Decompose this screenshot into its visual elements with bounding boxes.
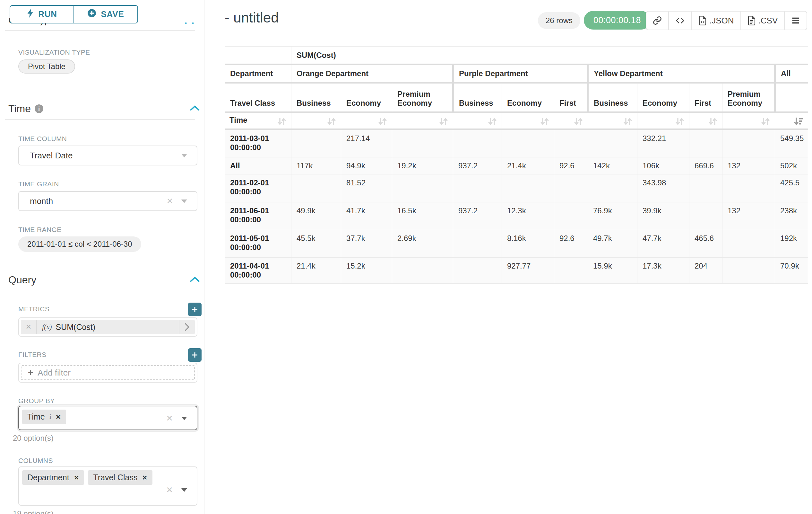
- sort-column-header[interactable]: [502, 112, 554, 130]
- group-by-options-count: 20 option(s): [13, 434, 54, 443]
- columns-chip[interactable]: Department✕: [22, 470, 84, 485]
- pivot-row-label: All: [225, 157, 291, 174]
- pivot-value-cell: 92.6: [554, 157, 588, 174]
- export-json-button[interactable]: .JSON: [691, 11, 741, 30]
- clear-icon[interactable]: ✕: [167, 197, 173, 206]
- pivot-row-label: 2011-02-01 00:00:00: [225, 174, 291, 202]
- metric-pill[interactable]: ✕ f(x) SUM(Cost): [21, 320, 195, 334]
- embed-code-button[interactable]: [668, 11, 691, 30]
- bolt-icon: [27, 9, 34, 20]
- section-divider: [5, 30, 195, 31]
- clear-icon[interactable]: ✕: [166, 485, 173, 495]
- group-by-chip[interactable]: Time i ✕: [22, 410, 66, 424]
- sort-column-header[interactable]: [341, 112, 392, 130]
- chevron-right-icon[interactable]: [179, 320, 195, 334]
- chevron-down-icon[interactable]: [181, 417, 187, 420]
- save-button[interactable]: SAVE: [74, 6, 137, 23]
- row-count-badge: 26 rows: [538, 12, 580, 29]
- sort-column-header[interactable]: [637, 112, 689, 130]
- pivot-group-header: All: [775, 64, 808, 83]
- sort-column-header[interactable]: [453, 112, 502, 130]
- pivot-value-cell: 192k: [775, 230, 808, 258]
- columns-chip[interactable]: Travel Class✕: [88, 470, 152, 485]
- pivot-value-cell: [588, 130, 637, 157]
- sort-column-header[interactable]: [554, 112, 588, 130]
- sort-column-header[interactable]: [588, 112, 637, 130]
- query-section-title: Query: [8, 274, 36, 286]
- pivot-class-header: Economy: [502, 83, 554, 112]
- sort-column-header[interactable]: Time: [225, 112, 291, 130]
- export-csv-button[interactable]: .CSV: [741, 11, 784, 30]
- link-icon: [653, 16, 662, 25]
- remove-chip-icon[interactable]: ✕: [74, 474, 79, 482]
- drag-handle-dot: [192, 23, 194, 24]
- remove-chip-icon[interactable]: ✕: [142, 474, 147, 482]
- run-button[interactable]: RUN: [10, 6, 74, 23]
- pivot-value-cell: 15.9k: [588, 258, 637, 284]
- add-filter-button[interactable]: + Add filter: [21, 365, 195, 380]
- pivot-value-cell: 70.9k: [775, 258, 808, 284]
- pivot-class-header: Business: [588, 83, 637, 112]
- section-divider: [5, 292, 195, 292]
- collapse-time-section-icon[interactable]: [190, 105, 200, 112]
- add-filter-plus-button[interactable]: [188, 348, 202, 362]
- run-button-label: RUN: [38, 9, 57, 19]
- pivot-value-cell: 217.14: [341, 130, 392, 157]
- pivot-value-cell: 465.6: [689, 230, 722, 258]
- chevron-down-icon[interactable]: [181, 488, 187, 492]
- clear-icon[interactable]: ✕: [166, 413, 173, 424]
- sort-column-header[interactable]: [722, 112, 775, 130]
- pivot-value-cell: 45.5k: [291, 230, 341, 258]
- remove-metric-icon[interactable]: ✕: [21, 320, 37, 334]
- pivot-value-cell: 41.7k: [341, 202, 392, 230]
- pivot-value-cell: 343.98: [637, 174, 689, 202]
- copy-link-button[interactable]: [646, 11, 668, 30]
- pivot-value-cell: [453, 258, 502, 284]
- add-filter-label: Add filter: [37, 368, 70, 378]
- remove-chip-icon[interactable]: ✕: [56, 413, 61, 421]
- pivot-value-cell: 81.52: [341, 174, 392, 202]
- pivot-value-cell: [502, 130, 554, 157]
- sort-column-header[interactable]: [392, 112, 453, 130]
- pivot-value-cell: [689, 202, 722, 230]
- columns-label: COLUMNS: [18, 457, 53, 464]
- sort-column-header-active[interactable]: [775, 112, 808, 130]
- time-grain-select[interactable]: month ✕: [18, 191, 197, 211]
- visualization-type-value: Pivot Table: [28, 62, 65, 71]
- pivot-class-header: Economy: [637, 83, 689, 112]
- metric-name: SUM(Cost): [56, 323, 96, 332]
- menu-button[interactable]: [784, 11, 807, 30]
- group-by-select[interactable]: Time i ✕ ✕: [18, 406, 197, 430]
- time-section-header: Time i: [8, 103, 43, 115]
- pivot-row-label: 2011-06-01 00:00:00: [225, 202, 291, 230]
- time-column-select[interactable]: Travel Date: [18, 145, 197, 165]
- pivot-value-cell: 19.2k: [392, 157, 453, 174]
- collapse-query-section-icon[interactable]: [190, 276, 200, 283]
- pivot-value-cell: 15.2k: [341, 258, 392, 284]
- pivot-row-dimension-header: Department: [225, 64, 291, 83]
- pivot-value-cell: 2.69k: [392, 230, 453, 258]
- pivot-value-cell: 927.77: [502, 258, 554, 284]
- pivot-row-label: 2011-05-01 00:00:00: [225, 230, 291, 258]
- columns-select[interactable]: Department✕Travel Class✕ ✕: [18, 466, 197, 506]
- pivot-metric-header: SUM(Cost): [291, 47, 808, 64]
- pivot-value-cell: [453, 130, 502, 157]
- time-range-pill[interactable]: 2011-01-01 ≤ col < 2011-06-30: [18, 237, 141, 252]
- pivot-value-cell: [392, 258, 453, 284]
- chart-title[interactable]: - untitled: [225, 10, 279, 26]
- add-metric-button[interactable]: [188, 303, 202, 316]
- row-count-label: 26 rows: [546, 16, 573, 25]
- pivot-value-cell: 49.7k: [588, 230, 637, 258]
- visualization-type-pill[interactable]: Pivot Table: [18, 59, 75, 74]
- sort-column-header[interactable]: [689, 112, 722, 130]
- pivot-value-cell: [291, 174, 341, 202]
- plus-icon: +: [28, 368, 33, 377]
- pivot-value-cell: 47.7k: [637, 230, 689, 258]
- pivot-value-cell: [392, 130, 453, 157]
- pivot-value-cell: 502k: [775, 157, 808, 174]
- query-section-header: Query: [8, 274, 36, 286]
- time-column-label: TIME COLUMN: [18, 135, 67, 143]
- sort-column-header[interactable]: [291, 112, 341, 130]
- hamburger-icon: [791, 17, 800, 24]
- pivot-corner-cell: [225, 47, 291, 64]
